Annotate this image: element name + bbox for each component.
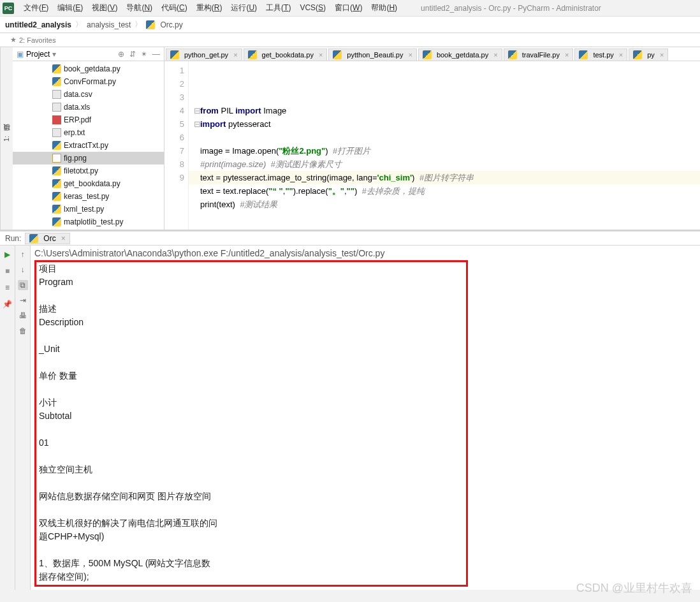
- tree-item[interactable]: ERP.pdf: [13, 114, 164, 126]
- py-file-icon: [52, 141, 61, 150]
- close-icon[interactable]: ×: [619, 51, 623, 59]
- tree-item[interactable]: keras_test.py: [13, 190, 164, 203]
- python-file-icon: [508, 50, 517, 59]
- favorites-bar[interactable]: ★ 2: Favorites: [0, 33, 700, 47]
- tree-item[interactable]: erp.txt: [13, 126, 164, 139]
- crumb-file[interactable]: Orc.py: [160, 20, 182, 29]
- locate-icon[interactable]: ⊕: [118, 50, 124, 59]
- close-icon[interactable]: ×: [233, 51, 237, 59]
- run-label: Run:: [5, 234, 21, 243]
- rerun-icon[interactable]: ▶: [3, 249, 13, 260]
- tree-item[interactable]: fig.png: [13, 152, 164, 165]
- python-file-icon: [29, 234, 38, 243]
- python-file-icon: [146, 20, 155, 29]
- txt-file-icon: [52, 128, 61, 137]
- py-file-icon: [52, 217, 61, 226]
- menu-item[interactable]: 运行(U): [226, 2, 261, 13]
- pycharm-logo: PC: [3, 3, 14, 14]
- txt-file-icon: [52, 90, 61, 99]
- py-file-icon: [52, 64, 61, 73]
- breadcrumb: untitled2_analysis 〉 analysis_test 〉 Orc…: [0, 17, 700, 33]
- line-gutter: 123456789: [164, 61, 189, 230]
- menu-item[interactable]: VCS(S): [295, 2, 330, 13]
- menu-item[interactable]: 编辑(E): [53, 2, 87, 13]
- print-icon[interactable]: 🖶: [18, 311, 28, 321]
- up-icon[interactable]: ↑: [18, 249, 28, 260]
- run-output[interactable]: C:\Users\Administrator\Anaconda3\python.…: [31, 246, 700, 590]
- collapse-icon[interactable]: ⇵: [129, 50, 136, 59]
- window-title: untitled2_analysis - Orc.py - PyCharm - …: [421, 4, 601, 13]
- tree-item[interactable]: book_getdata.py: [13, 62, 164, 75]
- menu-item[interactable]: 重构(R): [192, 2, 227, 13]
- crumb-root[interactable]: untitled2_analysis: [5, 20, 71, 29]
- editor-tab[interactable]: python_get.py×: [166, 48, 242, 61]
- close-icon[interactable]: ×: [565, 51, 569, 59]
- py-file-icon: [52, 77, 61, 86]
- project-tool-tab[interactable]: 1:项目: [0, 47, 13, 230]
- close-icon[interactable]: ×: [493, 51, 497, 59]
- editor-tab[interactable]: travalFile.py×: [504, 48, 574, 61]
- menu-item[interactable]: 文件(F): [19, 2, 53, 13]
- tree-item[interactable]: data.csv: [13, 88, 164, 101]
- layout-icon[interactable]: ≡: [3, 283, 13, 293]
- python-file-icon: [248, 50, 257, 59]
- project-tree[interactable]: book_getdata.pyConvFormat.pydata.csvdata…: [13, 61, 164, 230]
- menu-item[interactable]: 视图(V): [87, 2, 122, 13]
- editor-tab[interactable]: book_getdata.py×: [418, 48, 502, 61]
- gear-icon[interactable]: ✴: [141, 50, 147, 59]
- png-file-icon: [52, 154, 61, 163]
- folder-icon: ▣: [17, 50, 24, 59]
- run-toolbar-secondary: ↑ ↓ ⧉ ⇥ 🖶 🗑: [15, 246, 31, 590]
- project-panel: ▣ Project ▾ ⊕ ⇵ ✴ — book_getdata.pyConvF…: [13, 47, 164, 230]
- wrap-icon[interactable]: ⧉: [18, 280, 28, 290]
- close-icon[interactable]: ×: [660, 51, 664, 59]
- python-file-icon: [333, 50, 342, 59]
- close-icon[interactable]: ×: [319, 51, 323, 59]
- code-content[interactable]: ⊟from PIL import Image⊟import pytesserac…: [189, 61, 700, 230]
- pin-icon[interactable]: 📌: [3, 299, 13, 309]
- editor: python_get.py×get_bookdata.py×pytthon_Be…: [164, 47, 700, 230]
- menu-item[interactable]: 代码(C): [157, 2, 192, 13]
- tree-item[interactable]: ConvFormat.py: [13, 75, 164, 88]
- delete-icon[interactable]: 🗑: [18, 326, 28, 336]
- output-highlight-box: 项目Program 描述Description _Unit 单价 数量 小计Su…: [34, 260, 468, 587]
- scroll-icon[interactable]: ⇥: [18, 295, 28, 305]
- tree-item[interactable]: ExtractTxt.py: [13, 139, 164, 152]
- menu-item[interactable]: 帮助(H): [367, 2, 402, 13]
- python-file-icon: [170, 50, 179, 59]
- menubar: PC 文件(F)编辑(E)视图(V)导航(N)代码(C)重构(R)运行(U)工具…: [0, 0, 700, 17]
- project-title: Project: [26, 50, 50, 59]
- editor-tab[interactable]: get_bookdata.py×: [244, 48, 328, 61]
- menu-item[interactable]: 工具(T): [261, 2, 295, 13]
- python-file-icon: [633, 50, 642, 59]
- txt-file-icon: [52, 103, 61, 112]
- stop-icon[interactable]: ■: [3, 266, 13, 276]
- crumb-folder[interactable]: analysis_test: [87, 20, 131, 29]
- menu-item[interactable]: 导航(N): [122, 2, 157, 13]
- tree-item[interactable]: lxml_test.py: [13, 203, 164, 216]
- tree-item[interactable]: matplotlib_test.py: [13, 216, 164, 228]
- hide-icon[interactable]: —: [152, 50, 160, 59]
- menu-item[interactable]: 窗口(W): [330, 2, 367, 13]
- py-file-icon: [52, 205, 61, 214]
- tree-item[interactable]: data.xls: [13, 101, 164, 114]
- python-file-icon: [579, 50, 588, 59]
- editor-tabs[interactable]: python_get.py×get_bookdata.py×pytthon_Be…: [164, 47, 700, 61]
- editor-tab[interactable]: py×: [629, 48, 668, 61]
- star-icon: ★: [10, 36, 17, 44]
- editor-tab[interactable]: test.py×: [574, 48, 627, 61]
- py-file-icon: [52, 192, 61, 201]
- dropdown-icon[interactable]: ▾: [52, 50, 56, 59]
- editor-tab[interactable]: pytthon_Beauti.py×: [328, 48, 417, 61]
- run-tab[interactable]: Orc ×: [25, 233, 69, 244]
- py-file-icon: [52, 166, 61, 175]
- down-icon[interactable]: ↓: [18, 265, 28, 275]
- close-icon[interactable]: ×: [408, 51, 412, 59]
- run-tool-window: Run: Orc × ▶ ■ ≡ 📌 ↑ ↓ ⧉ ⇥ 🖶 🗑 C:\Users\…: [0, 230, 700, 590]
- tree-item[interactable]: filetotxt.py: [13, 165, 164, 177]
- py-file-icon: [52, 179, 61, 188]
- close-icon[interactable]: ×: [61, 234, 66, 243]
- tree-item[interactable]: get_bookdata.py: [13, 177, 164, 190]
- run-toolbar-primary: ▶ ■ ≡ 📌: [0, 246, 15, 590]
- command-line: C:\Users\Administrator\Anaconda3\python.…: [34, 247, 696, 260]
